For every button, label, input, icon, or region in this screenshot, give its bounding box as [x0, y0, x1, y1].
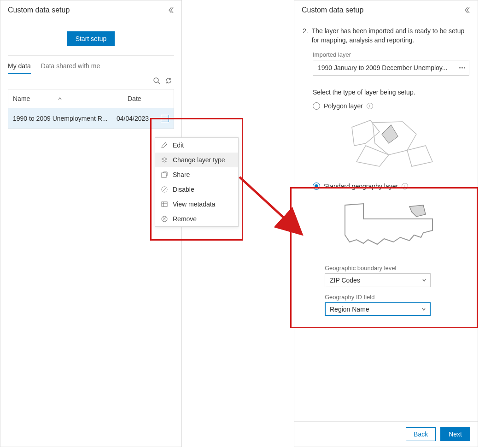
table-icon	[161, 200, 168, 208]
tabs: My data Data shared with me	[0, 56, 181, 74]
left-panel-header: Custom data setup	[0, 0, 181, 20]
tab-my-data[interactable]: My data	[8, 62, 31, 74]
menu-share-label: Share	[173, 171, 190, 178]
more-horizontal-icon	[163, 118, 167, 119]
row-actions-button[interactable]	[161, 115, 169, 122]
imported-layer-field[interactable]: 1990 January to 2009 December Unemploy..…	[313, 60, 469, 76]
radio-polygon-row[interactable]: Polygon layer i	[313, 102, 469, 110]
menu-remove[interactable]: Remove	[155, 212, 238, 226]
radio-standard[interactable]	[313, 183, 320, 190]
info-icon[interactable]: i	[402, 183, 408, 189]
imported-layer-label: Imported layer	[313, 51, 469, 58]
back-button[interactable]: Back	[406, 427, 436, 441]
more-horizontal-icon[interactable]	[459, 67, 465, 69]
geo-boundary-label: Geographic boundary level	[325, 265, 469, 271]
radio-polygon[interactable]	[313, 102, 320, 110]
geo-fields: Geographic boundary level ZIP Codes Geog…	[325, 265, 469, 316]
refresh-icon[interactable]	[165, 77, 172, 84]
row-context-menu: Edit Change layer type Share Disable Vie…	[155, 137, 239, 227]
col-name-label: Name	[13, 95, 30, 102]
list-toolbar	[0, 74, 181, 88]
menu-disable-label: Disable	[173, 186, 194, 193]
row-date: 04/04/2023	[117, 115, 158, 122]
sort-asc-icon	[58, 96, 62, 101]
chevron-down-icon	[422, 278, 426, 283]
menu-view-metadata[interactable]: View metadata	[155, 197, 238, 212]
menu-change-label: Change layer type	[173, 156, 225, 164]
geo-id-label: Geography ID field	[325, 294, 469, 301]
panel-title: Custom data setup	[302, 6, 363, 14]
step-description: 2. The layer has been imported and is re…	[303, 27, 469, 45]
list-header: Name Date	[8, 89, 174, 108]
radio-standard-row[interactable]: Standard geography layer i	[313, 183, 469, 190]
radio-standard-label: Standard geography layer	[324, 183, 398, 190]
geo-id-select[interactable]: Region Name	[325, 302, 431, 316]
right-panel: Custom data setup 2. The layer has been …	[294, 0, 478, 447]
chevron-down-icon	[421, 307, 426, 312]
step-text: The layer has been imported and is ready…	[312, 27, 469, 45]
right-panel-body: 2. The layer has been imported and is re…	[294, 20, 478, 421]
share-icon	[161, 171, 168, 178]
geo-boundary-value: ZIP Codes	[330, 277, 360, 284]
col-date-header[interactable]: Date	[128, 95, 169, 102]
menu-share[interactable]: Share	[155, 167, 238, 182]
right-panel-header: Custom data setup	[294, 0, 478, 20]
search-icon[interactable]	[153, 77, 160, 84]
standard-geo-illustration	[313, 195, 469, 260]
menu-disable[interactable]: Disable	[155, 182, 238, 197]
data-list: Name Date 1990 to 2009 Unemployment R...…	[8, 89, 174, 129]
info-icon[interactable]: i	[367, 103, 373, 109]
menu-edit-label: Edit	[173, 141, 184, 149]
col-name-header[interactable]: Name	[13, 95, 128, 102]
geo-boundary-select[interactable]: ZIP Codes	[325, 273, 431, 287]
svg-point-0	[154, 78, 158, 83]
panel-footer: Back Next	[294, 421, 478, 447]
svg-line-1	[158, 82, 160, 84]
select-layer-type-label: Select the type of layer being setup.	[313, 88, 469, 96]
disable-icon	[161, 186, 168, 193]
layers-icon	[161, 156, 168, 164]
start-setup-row: Start setup	[8, 20, 174, 56]
step-number: 2.	[303, 27, 308, 45]
svg-line-4	[163, 188, 166, 191]
menu-change-layer-type[interactable]: Change layer type	[155, 153, 238, 167]
radio-polygon-label: Polygon layer	[324, 102, 363, 110]
imported-layer-value: 1990 January to 2009 December Unemploy..…	[318, 64, 447, 71]
panel-title: Custom data setup	[8, 6, 70, 14]
menu-metadata-label: View metadata	[173, 200, 215, 208]
tab-shared[interactable]: Data shared with me	[41, 62, 100, 74]
svg-line-11	[240, 177, 297, 230]
geo-id-value: Region Name	[330, 306, 369, 313]
menu-remove-label: Remove	[173, 215, 197, 223]
remove-icon	[161, 215, 168, 223]
list-row[interactable]: 1990 to 2009 Unemployment R... 04/04/202…	[8, 108, 174, 129]
start-setup-button[interactable]: Start setup	[67, 31, 115, 46]
pencil-icon	[161, 141, 168, 149]
svg-rect-2	[162, 173, 166, 177]
next-button[interactable]: Next	[440, 427, 470, 441]
polygon-illustration	[313, 114, 469, 180]
collapse-left-icon[interactable]	[463, 6, 470, 14]
menu-edit[interactable]: Edit	[155, 138, 238, 153]
collapse-left-icon[interactable]	[167, 6, 174, 14]
row-name: 1990 to 2009 Unemployment R...	[13, 115, 117, 122]
svg-rect-5	[162, 202, 167, 206]
